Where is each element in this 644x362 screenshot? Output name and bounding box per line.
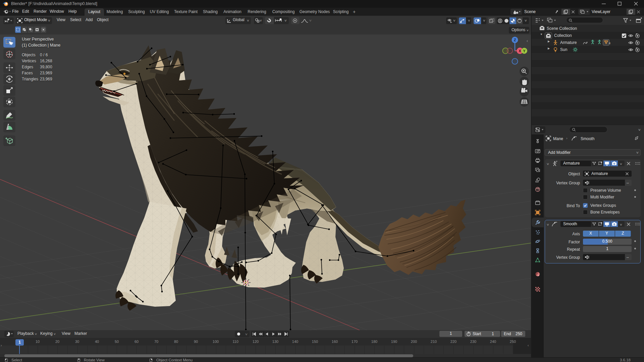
svg-text:X: X xyxy=(519,49,521,53)
svg-text:Y: Y xyxy=(523,49,526,53)
svg-text:Z: Z xyxy=(514,38,516,42)
